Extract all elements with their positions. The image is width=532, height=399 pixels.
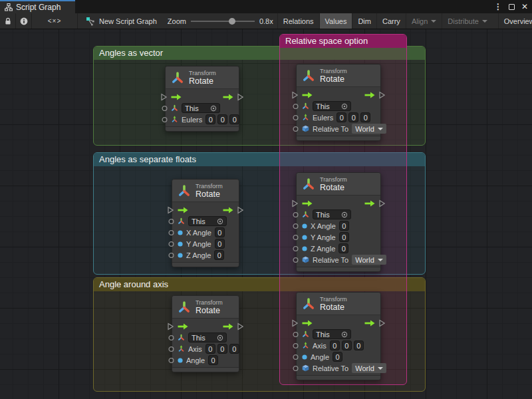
value-input-port[interactable] [293, 365, 299, 371]
vector-component-input[interactable]: 0 [342, 340, 352, 350]
self-target-field[interactable]: This [188, 216, 227, 226]
vector-component-input[interactable]: 0 [217, 114, 227, 124]
control-enter-arrow-icon[interactable] [178, 323, 188, 330]
control-exit-arrow-icon[interactable] [223, 323, 233, 330]
vector-component-input[interactable]: 0 [229, 344, 239, 354]
node-transform-rotate[interactable]: TransformRotate This X Angle0 Y Angle0 Z… [172, 179, 239, 267]
control-enter-arrow-icon[interactable] [302, 320, 313, 327]
control-output-port[interactable] [237, 323, 243, 330]
float-input[interactable]: 0 [215, 227, 225, 237]
vector-component-input[interactable]: 0 [336, 112, 346, 122]
graph-selector[interactable]: New Script Graph [86, 17, 157, 26]
control-output-port[interactable] [237, 93, 243, 100]
vector-component-input[interactable]: 0 [360, 112, 370, 122]
float-input[interactable]: 0 [339, 221, 349, 231]
control-enter-arrow-icon[interactable] [171, 94, 182, 100]
node-title-bar[interactable]: TransformRotate [297, 65, 380, 87]
control-input-port[interactable] [168, 323, 174, 330]
float-input[interactable]: 0 [214, 250, 224, 260]
toolbar-button-overview[interactable]: Overview [498, 13, 532, 29]
self-target-field[interactable]: This [313, 101, 351, 111]
kebab-menu-icon[interactable]: ⋮ [494, 3, 502, 11]
node-transform-rotate[interactable]: TransformRotate This Eulers000 [165, 66, 239, 132]
maximize-icon[interactable] [509, 4, 515, 10]
value-input-port[interactable] [293, 354, 299, 360]
relative-space-dropdown[interactable]: World [352, 255, 386, 265]
control-enter-arrow-icon[interactable] [302, 92, 313, 98]
float-input[interactable]: 0 [215, 239, 225, 249]
vector-component-input[interactable]: 0 [354, 340, 364, 350]
node-transform-rotate[interactable]: TransformRotate This Eulers000 Relative … [296, 64, 381, 141]
info-button[interactable] [16, 13, 32, 29]
node-title-bar[interactable]: TransformRotate [166, 66, 239, 89]
vector-component-input[interactable]: 0 [348, 112, 358, 122]
control-output-port[interactable] [379, 200, 385, 207]
value-input-port[interactable] [293, 234, 299, 240]
node-title-bar[interactable]: TransformRotate [297, 293, 380, 315]
vector-component-input[interactable]: 0 [205, 344, 215, 354]
node-title-bar[interactable]: TransformRotate [297, 173, 380, 196]
control-exit-arrow-icon[interactable] [364, 200, 375, 207]
value-input-port[interactable] [168, 357, 174, 363]
vector-component-input[interactable]: 0 [330, 340, 340, 350]
control-output-port[interactable] [379, 319, 385, 327]
value-input-port[interactable] [293, 114, 299, 120]
value-input-port[interactable] [168, 334, 174, 340]
node-transform-rotate[interactable]: TransformRotate This Axis000 Angle0 Rela… [296, 292, 381, 380]
control-input-port[interactable] [292, 91, 298, 98]
vector-component-input[interactable]: 0 [205, 114, 215, 124]
value-input-port[interactable] [293, 126, 299, 132]
vector-component-input[interactable]: 0 [229, 114, 239, 124]
value-input-port[interactable] [293, 245, 299, 251]
control-exit-arrow-icon[interactable] [364, 320, 375, 327]
value-input-port[interactable] [293, 223, 299, 229]
self-target-field[interactable]: This [313, 209, 351, 219]
close-icon[interactable]: ✕ [521, 3, 528, 11]
self-target-field[interactable]: This [188, 332, 227, 342]
group-header-relative-space-option[interactable]: Relative space option [280, 35, 406, 48]
value-input-port[interactable] [162, 116, 168, 122]
code-preview-button[interactable]: <×> [32, 13, 78, 29]
value-input-port[interactable] [293, 342, 299, 348]
control-input-port[interactable] [168, 206, 174, 213]
value-input-port[interactable] [168, 346, 174, 352]
toolbar-button-values[interactable]: Values [319, 13, 352, 29]
toolbar-button-align[interactable]: Align [406, 13, 442, 29]
control-exit-arrow-icon[interactable] [223, 207, 233, 213]
graph-canvas[interactable]: Angles as vectorAngles as separate float… [0, 29, 532, 399]
toolbar-button-carry[interactable]: Carry [376, 13, 406, 29]
float-input[interactable]: 0 [332, 352, 342, 362]
float-input[interactable]: 0 [339, 232, 349, 242]
control-input-port[interactable] [292, 200, 298, 207]
toolbar-button-dim[interactable]: Dim [352, 13, 376, 29]
control-input-port[interactable] [292, 319, 298, 327]
value-input-port[interactable] [293, 331, 299, 337]
zoom-slider-thumb[interactable] [229, 18, 235, 25]
control-exit-arrow-icon[interactable] [223, 94, 233, 100]
tab-script-graph[interactable]: Script Graph [0, 0, 75, 13]
vector-component-input[interactable]: 0 [217, 344, 227, 354]
relative-space-dropdown[interactable]: World [352, 363, 386, 373]
zoom-slider[interactable] [191, 21, 255, 22]
value-input-port[interactable] [168, 229, 174, 235]
self-target-field[interactable]: This [313, 329, 351, 339]
value-input-port[interactable] [168, 241, 174, 247]
value-input-port[interactable] [168, 252, 174, 258]
control-output-port[interactable] [237, 206, 243, 213]
value-input-port[interactable] [293, 211, 299, 217]
control-input-port[interactable] [161, 93, 167, 100]
control-enter-arrow-icon[interactable] [178, 207, 188, 213]
float-input[interactable]: 0 [338, 243, 348, 253]
value-input-port[interactable] [293, 257, 299, 263]
node-title-bar[interactable]: TransformRotate [172, 180, 239, 202]
lock-button[interactable] [0, 13, 16, 29]
value-input-port[interactable] [168, 218, 174, 224]
value-input-port[interactable] [162, 105, 168, 111]
value-input-port[interactable] [293, 103, 299, 109]
control-enter-arrow-icon[interactable] [302, 200, 313, 207]
float-input[interactable]: 0 [208, 355, 218, 365]
node-transform-rotate[interactable]: TransformRotate This X Angle0 Y Angle0 Z… [296, 172, 381, 272]
node-transform-rotate[interactable]: TransformRotate This Axis000 Angle0 [172, 295, 239, 372]
control-exit-arrow-icon[interactable] [364, 92, 375, 98]
relative-space-dropdown[interactable]: World [352, 124, 386, 134]
